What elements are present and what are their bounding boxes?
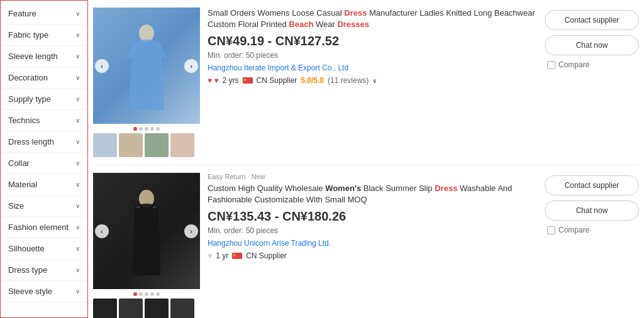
- supplier-meta: ♥ ♥2 yrsCN Supplier5.0/5.0(11 reviews)∨: [208, 76, 537, 85]
- image-dot[interactable]: [139, 127, 143, 131]
- product-main-image: ‹›: [93, 8, 200, 124]
- image-dot[interactable]: [133, 127, 137, 131]
- sidebar-item-decoration[interactable]: Decoration∨: [1, 67, 87, 89]
- thumbnail-image[interactable]: [93, 133, 117, 157]
- chevron-down-icon: ∨: [75, 96, 80, 102]
- product-info: Easy Return · NewCustom High Quality Who…: [208, 173, 537, 260]
- image-next-button[interactable]: ›: [184, 224, 198, 238]
- sidebar-item-fashion-element[interactable]: Fashion element∨: [1, 217, 87, 238]
- image-dot[interactable]: [133, 292, 137, 296]
- image-prev-button[interactable]: ‹: [95, 59, 109, 73]
- chevron-down-icon: ∨: [75, 138, 80, 145]
- chevron-down-icon: ∨: [75, 74, 80, 81]
- sidebar-item-label: Silhouette: [8, 244, 45, 253]
- sidebar-item-label: Sleeve length: [8, 52, 58, 61]
- compare-label: Compare: [558, 226, 589, 234]
- thumbnail-image[interactable]: [145, 133, 169, 157]
- image-dot[interactable]: [139, 292, 143, 296]
- sidebar-item-material[interactable]: Material∨: [1, 174, 87, 195]
- product-info: Small Orders Womens Loose Casual Dress M…: [208, 8, 537, 85]
- sidebar-item-dress-type[interactable]: Dress type∨: [1, 260, 87, 281]
- supplier-years: 2 yrs: [223, 76, 239, 85]
- sidebar-item-sleeve-length[interactable]: Sleeve length∨: [1, 46, 87, 67]
- sidebar-item-supply-type[interactable]: Supply type∨: [1, 89, 87, 110]
- svg-rect-2: [136, 206, 140, 208]
- chevron-down-icon: ∨: [75, 160, 80, 167]
- chevron-down-icon: ∨: [75, 288, 80, 295]
- supplier-link[interactable]: Hangzhou Unicorn Arise Trading Ltd.: [208, 239, 537, 248]
- chevron-down-icon: ∨: [75, 181, 80, 188]
- sidebar-item-collar[interactable]: Collar∨: [1, 153, 87, 174]
- image-dot[interactable]: [145, 127, 148, 131]
- sidebar-item-label: Feature: [8, 9, 36, 18]
- supplier-meta: ♥1 yrCN Supplier: [208, 251, 537, 260]
- sidebar-item-label: Material: [8, 180, 37, 189]
- thumbnail-row: [93, 299, 200, 318]
- image-prev-button[interactable]: ‹: [95, 224, 109, 238]
- sidebar-item-label: Size: [8, 201, 24, 211]
- compare-checkbox[interactable]: [547, 226, 555, 234]
- image-dots: [93, 292, 200, 296]
- chevron-down-icon: ∨: [372, 77, 377, 84]
- sidebar-item-technics[interactable]: Technics∨: [1, 110, 87, 131]
- contact-supplier-button[interactable]: Contact supplier: [545, 10, 639, 30]
- contact-supplier-button[interactable]: Contact supplier: [545, 175, 639, 195]
- compare-label: Compare: [558, 60, 589, 69]
- compare-checkbox[interactable]: [547, 61, 555, 69]
- supplier-link[interactable]: Hangzhou Iterate Import & Export Co., Lt…: [208, 63, 537, 72]
- sidebar-item-label: Sleeve style: [8, 287, 52, 296]
- image-dots: [93, 127, 200, 131]
- sidebar-item-label: Technics: [8, 116, 40, 125]
- chevron-down-icon: ∨: [75, 10, 80, 17]
- compare-row: Compare: [545, 226, 639, 234]
- chat-now-button[interactable]: Chat now: [545, 200, 639, 221]
- chevron-down-icon: ∨: [75, 202, 80, 209]
- image-dot[interactable]: [150, 292, 154, 296]
- image-dot[interactable]: [150, 127, 154, 131]
- sidebar-item-label: Decoration: [8, 73, 48, 82]
- cn-text: CN Supplier: [246, 251, 287, 260]
- product-price: CN¥135.43 - CN¥180.26: [208, 209, 537, 224]
- thumbnail-image[interactable]: [93, 299, 117, 318]
- sidebar-item-silhouette[interactable]: Silhouette∨: [1, 238, 87, 260]
- sidebar-item-label: Dress type: [8, 265, 47, 275]
- product-image-section: ‹›: [93, 8, 200, 157]
- main-content: ‹›Small Orders Womens Loose Casual Dress…: [88, 0, 644, 318]
- sidebar-item-size[interactable]: Size∨: [1, 195, 87, 217]
- sidebar-item-label: Fabric type: [8, 30, 48, 40]
- image-next-button[interactable]: ›: [184, 59, 198, 73]
- product-actions: Contact supplierChat nowCompare: [545, 173, 639, 234]
- product-image-section: ‹›: [93, 173, 200, 318]
- svg-point-0: [139, 25, 154, 42]
- thumbnail-image[interactable]: [119, 299, 143, 318]
- svg-rect-3: [153, 206, 157, 208]
- chat-now-button[interactable]: Chat now: [545, 35, 639, 55]
- sidebar-item-fabric-type[interactable]: Fabric type∨: [1, 25, 87, 46]
- chevron-down-icon: ∨: [75, 266, 80, 273]
- product-card: ‹›Easy Return · NewCustom High Quality W…: [93, 165, 639, 318]
- supplier-years: 1 yr: [216, 251, 228, 260]
- min-order: Min. order: 50 pieces: [208, 51, 537, 60]
- product-title: Small Orders Womens Loose Casual Dress M…: [208, 8, 537, 30]
- image-dot[interactable]: [156, 292, 160, 296]
- product-price: CN¥49.19 - CN¥127.52: [208, 34, 537, 48]
- cn-flag: [232, 253, 242, 259]
- sidebar-item-feature[interactable]: Feature∨: [1, 3, 87, 25]
- thumbnail-image[interactable]: [145, 299, 169, 318]
- chevron-down-icon: ∨: [75, 224, 80, 231]
- sidebar-item-sleeve-style[interactable]: Sleeve style∨: [1, 281, 87, 302]
- thumbnail-image[interactable]: [170, 133, 194, 157]
- chevron-down-icon: ∨: [75, 53, 80, 60]
- product-main-image: ‹›: [93, 173, 200, 289]
- thumbnail-image[interactable]: [170, 299, 194, 318]
- sidebar-item-dress-length[interactable]: Dress length∨: [1, 131, 87, 153]
- cn-flag: [243, 77, 253, 84]
- chevron-down-icon: ∨: [75, 31, 80, 38]
- sidebar: Feature∨Fabric type∨Sleeve length∨Decora…: [0, 0, 88, 318]
- image-dot[interactable]: [156, 127, 160, 131]
- sidebar-item-label: Supply type: [8, 94, 51, 104]
- thumbnail-image[interactable]: [119, 133, 143, 157]
- heart-icon: ♥: [208, 251, 212, 260]
- image-dot[interactable]: [145, 292, 148, 296]
- chevron-down-icon: ∨: [75, 117, 80, 124]
